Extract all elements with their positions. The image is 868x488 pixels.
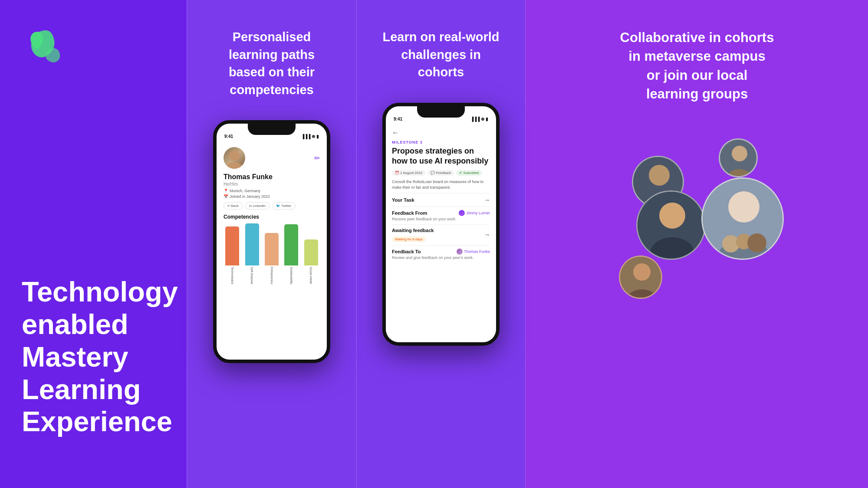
person-avatar-5 bbox=[620, 257, 662, 299]
feedback-to-header: Feedback To Thomas Funke bbox=[392, 249, 490, 255]
col3-header: Collaborative in cohorts in metaverse ca… bbox=[603, 28, 792, 104]
col3-header-line4: learning groups bbox=[646, 86, 748, 102]
title-line1: Technology bbox=[22, 276, 178, 308]
location-icon: 📍 bbox=[224, 189, 228, 193]
feedback-person-name: Jimmy Lurner bbox=[466, 211, 490, 215]
phone-screen-2: ← MILESTONE 3 Propose strategies on how … bbox=[386, 124, 496, 342]
person-bubble-1 bbox=[719, 138, 758, 177]
competencies-title: Competencies bbox=[224, 214, 320, 220]
challenge-title: Propose strategies on how to use AI resp… bbox=[392, 146, 490, 167]
bar-social: Social Intelligence bbox=[302, 223, 320, 284]
svg-point-1 bbox=[226, 162, 243, 169]
your-task-row[interactable]: Your Task → bbox=[392, 193, 490, 206]
svg-point-3 bbox=[732, 146, 747, 161]
column-2: Learn on real-world challenges in cohort… bbox=[356, 0, 525, 488]
feedback-from-header: Feedback From Jimmy Lurner bbox=[392, 210, 490, 216]
profile-location: 📍 Munich, Germany bbox=[224, 189, 320, 193]
edit-icon[interactable]: ✏ bbox=[314, 154, 320, 162]
twitter-badge[interactable]: 🐦 Twitter bbox=[272, 202, 296, 210]
status-icons-1: ▐▐▐ ⊛ ▮ bbox=[301, 134, 319, 139]
awaiting-info: Awaiting feedback Waiting for 6 days bbox=[392, 228, 434, 242]
twitter-icon: 🐦 bbox=[276, 204, 280, 208]
column-3: Collaborative in cohorts in metaverse ca… bbox=[525, 0, 868, 488]
status-time-2: 9:41 bbox=[394, 117, 402, 121]
feedback-to-name: Thomas Funke bbox=[464, 249, 490, 254]
feedback-to-person: Thomas Funke bbox=[457, 249, 490, 255]
person-avatar-4 bbox=[703, 179, 784, 260]
calendar-icon: 📅 bbox=[224, 194, 228, 199]
people-cluster bbox=[610, 134, 784, 308]
hero-title: Technology enabled Mastery Learning Expe… bbox=[22, 276, 165, 464]
feedback-from-desc: Receive peer feedback on your work. bbox=[392, 217, 490, 221]
title-line4: Learning bbox=[22, 373, 141, 405]
slack-icon: # bbox=[227, 204, 229, 208]
profile-name: Thomas Funke bbox=[224, 173, 320, 181]
bar-tech: Technological Literacy bbox=[224, 223, 241, 284]
svg-point-19 bbox=[633, 263, 651, 281]
awaiting-arrow: → bbox=[484, 231, 490, 238]
title-line5: Experience bbox=[22, 406, 172, 437]
column-1: Personalised learning paths based on the… bbox=[187, 0, 356, 488]
phone-notch-1 bbox=[248, 124, 296, 135]
meta-submitted: ✔ Submitted bbox=[456, 170, 482, 176]
avatar-image bbox=[224, 147, 245, 169]
feedback-person: Jimmy Lurner bbox=[459, 210, 490, 216]
linkedin-badge[interactable]: in Linkedin bbox=[245, 202, 270, 210]
phone-mockup-2: 9:41 ▐▐▐ ⊛ ▮ ← MILESTONE 3 Propose strat… bbox=[382, 103, 500, 346]
phone-notch-2 bbox=[417, 106, 465, 118]
feedback-from-section: Feedback From Jimmy Lurner Receive peer … bbox=[392, 206, 490, 224]
milestone-label: MILESTONE 3 bbox=[392, 140, 490, 144]
person-avatar-1 bbox=[720, 140, 758, 177]
feedback-to-avatar bbox=[457, 249, 463, 255]
feedback-icon: 💬 bbox=[431, 171, 435, 175]
phone-screen-1: ✏ Thomas Funke He/Him 📍 Munich, Germany … bbox=[217, 141, 327, 360]
check-icon: ✔ bbox=[459, 171, 462, 175]
person-bubble-5 bbox=[619, 255, 662, 299]
person-avatar-3 bbox=[638, 192, 706, 260]
waiting-badge: Waiting for 6 days bbox=[392, 236, 426, 242]
competency-bars: Technological Literacy Self-empowerment … bbox=[224, 223, 320, 284]
status-icons-2: ▐▐▐ ⊛ ▮ bbox=[470, 117, 488, 121]
profile-joined: 📅 Joined in January 2022 bbox=[224, 194, 320, 199]
profile-header: ✏ bbox=[224, 147, 320, 169]
person-bubble-3 bbox=[636, 190, 706, 260]
col1-header: Personalised learning paths based on the… bbox=[198, 28, 345, 98]
svg-point-0 bbox=[229, 151, 240, 161]
feedback-to-label: Feedback To bbox=[392, 249, 421, 254]
social-links: # Slack in Linkedin 🐦 Twitter bbox=[224, 202, 320, 210]
bar-sustain: Sustainability Thinking bbox=[283, 223, 300, 284]
col3-header-line1: Collaborative in cohorts bbox=[620, 30, 774, 45]
logo-icon bbox=[22, 24, 69, 72]
main-page: Technology enabled Mastery Learning Expe… bbox=[0, 0, 868, 488]
linkedin-icon: in bbox=[249, 204, 252, 208]
status-time-1: 9:41 bbox=[224, 134, 233, 139]
svg-point-13 bbox=[728, 191, 760, 223]
feedback-avatar bbox=[459, 210, 465, 216]
svg-point-17 bbox=[747, 233, 766, 252]
meta-feedback: 💬 Feedback bbox=[427, 170, 454, 176]
awaiting-title: Awaiting feedback bbox=[392, 228, 434, 233]
task-arrow: → bbox=[484, 197, 490, 203]
svg-point-6 bbox=[649, 165, 670, 186]
profile-pronoun: He/Him bbox=[224, 182, 320, 187]
bar-self: Self-empowerment bbox=[243, 223, 260, 284]
title-line3: Mastery bbox=[22, 341, 128, 373]
svg-point-9 bbox=[659, 203, 685, 229]
phone-mockup-1: 9:41 ▐▐▐ ⊛ ▮ ✏ Thomas Funke He/Him bbox=[213, 120, 330, 363]
col3-header-line3: or join our local bbox=[647, 68, 748, 83]
title-line2: enabled bbox=[22, 308, 128, 340]
col3-header-line2: in metaverse campus bbox=[628, 49, 765, 64]
slack-badge[interactable]: # Slack bbox=[224, 202, 243, 210]
feedback-to-section: Feedback To Thomas Funke Review and give… bbox=[392, 245, 490, 263]
col2-header: Learn on real-world challenges in cohort… bbox=[367, 28, 515, 81]
feedback-from-label: Feedback From bbox=[392, 210, 427, 216]
competencies-section: Competencies Technological Literacy Self… bbox=[224, 214, 320, 284]
bar-entre: Entrepreneurial Spirit bbox=[263, 223, 280, 284]
logo bbox=[22, 24, 165, 73]
feedback-to-desc: Review and give feedback on your peer's … bbox=[392, 255, 490, 260]
clock-icon: ⏰ bbox=[395, 171, 399, 175]
awaiting-row[interactable]: Awaiting feedback Waiting for 6 days → bbox=[392, 224, 490, 245]
avatar bbox=[224, 147, 245, 169]
left-panel: Technology enabled Mastery Learning Expe… bbox=[0, 0, 187, 488]
back-arrow[interactable]: ← bbox=[392, 129, 490, 137]
